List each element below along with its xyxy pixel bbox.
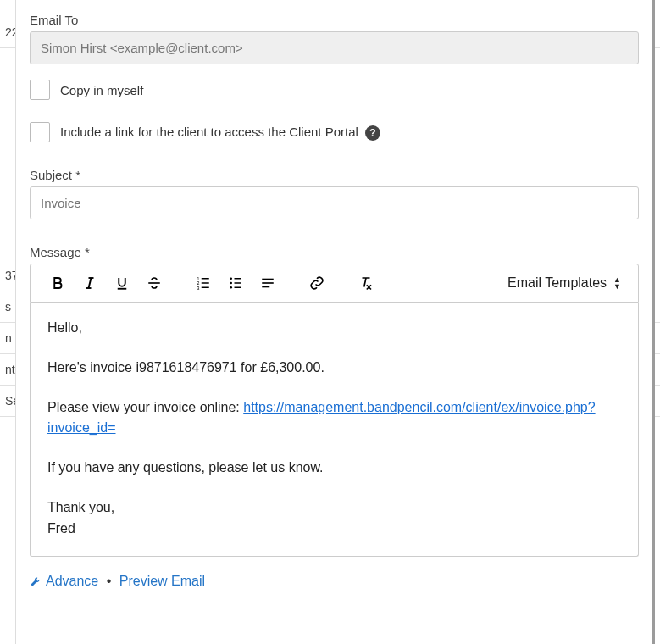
editor-signoff: Thank you, Fred xyxy=(47,497,621,540)
strikethrough-button[interactable] xyxy=(144,273,164,293)
help-icon[interactable]: ? xyxy=(365,125,380,141)
copy-myself-checkbox[interactable] xyxy=(30,80,50,100)
email-modal: Email To Copy in myself Include a link f… xyxy=(15,0,655,644)
footer-separator: • xyxy=(103,574,115,588)
italic-button[interactable] xyxy=(80,273,100,293)
paragraph-format-button[interactable] xyxy=(258,273,278,293)
underline-button[interactable] xyxy=(112,273,132,293)
svg-point-12 xyxy=(230,282,232,285)
advance-link[interactable]: Advance xyxy=(46,574,98,588)
svg-point-11 xyxy=(230,277,232,280)
templates-label: Email Templates xyxy=(507,275,607,291)
svg-line-2 xyxy=(89,278,92,288)
message-editor[interactable]: Hello, Here's invoice i9871618476971 for… xyxy=(30,303,639,557)
client-portal-label: Include a link for the client to access … xyxy=(60,125,380,141)
editor-view-line: Please view your invoice online: https:/… xyxy=(47,397,621,440)
email-templates-dropdown[interactable]: Email Templates ▲▼ xyxy=(499,275,629,291)
editor-questions: If you have any questions, please let us… xyxy=(47,458,621,479)
editor-greeting: Hello, xyxy=(47,318,621,339)
editor-toolbar: 123 Email Templates ▲▼ xyxy=(30,264,639,303)
copy-myself-label: Copy in myself xyxy=(60,83,143,97)
unordered-list-button[interactable] xyxy=(225,273,246,293)
email-to-input[interactable] xyxy=(30,31,639,64)
client-portal-checkbox[interactable] xyxy=(30,122,50,142)
svg-text:3: 3 xyxy=(197,286,200,291)
email-to-label: Email To xyxy=(30,13,639,27)
preview-email-link[interactable]: Preview Email xyxy=(119,574,205,588)
message-label: Message * xyxy=(30,245,639,259)
editor-invoice-line: Here's invoice i9871618476971 for £6,300… xyxy=(47,358,621,379)
sort-icon: ▲▼ xyxy=(613,277,621,290)
ordered-list-button[interactable]: 123 xyxy=(193,273,214,293)
footer-actions: Advance • Preview Email xyxy=(30,574,639,591)
link-button[interactable] xyxy=(307,273,327,293)
bold-button[interactable] xyxy=(47,273,68,293)
subject-label: Subject * xyxy=(30,168,639,182)
subject-input[interactable] xyxy=(30,186,639,219)
clear-format-button[interactable] xyxy=(356,273,376,293)
wrench-icon xyxy=(30,574,43,591)
svg-point-13 xyxy=(230,286,232,289)
